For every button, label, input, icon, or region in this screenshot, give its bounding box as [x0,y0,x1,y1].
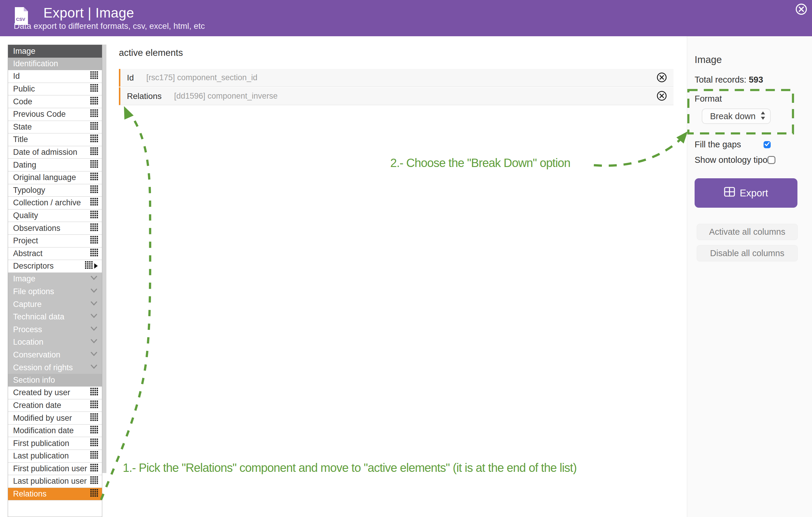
chevron-down-icon [90,325,98,335]
format-select-value: Break down [710,112,761,121]
sidebar-group[interactable]: Cession of rights [8,361,102,374]
drag-grid-icon [90,97,98,107]
activate-all-columns-button[interactable]: Activate all columns [697,224,798,240]
sidebar-item-label: Cession of rights [13,363,90,372]
sidebar-group[interactable]: Capture [8,298,102,311]
format-select[interactable]: Break down [702,109,771,124]
chevron-down-icon [90,274,98,284]
sidebar-item[interactable]: First publication [8,437,102,450]
sidebar-item[interactable]: Public [8,83,102,96]
active-element-code: [rsc175] component_section_id [146,73,257,82]
sidebar-item-label: Typology [13,186,90,195]
sidebar-item-label: Previous Code [13,110,90,119]
sidebar-item[interactable]: Abstract [8,247,102,260]
drag-grid-icon [90,236,98,246]
sidebar-item-label: Public [13,84,90,94]
drag-grid-icon [90,438,98,448]
step2-arrow-path [594,140,680,166]
panel-title: Image [695,54,722,65]
chevron-down-icon [90,300,98,309]
annotation-step1: 1.- Pick the "Relations" component and m… [123,461,577,475]
sidebar-item[interactable]: Quality [8,210,102,222]
sidebar-item[interactable]: Original language [8,172,102,184]
sidebar-item[interactable]: First publication user [8,463,102,476]
sidebar-item-label: Code [13,97,90,107]
chevron-down-icon [90,312,98,322]
drag-grid-icon [90,476,98,486]
sidebar-group[interactable]: File options [8,285,102,298]
dialog-title: Export | Image [44,5,134,21]
show-ontology-row: Show ontology tipo [695,155,771,165]
active-element-label: Relations [127,92,162,101]
sidebar-item[interactable]: Observations [8,222,102,235]
sidebar-item[interactable]: Last publication user [8,475,102,488]
sidebar-section-header: Section info [8,374,102,387]
show-ontology-label: Show ontology tipo [695,155,767,165]
active-element-code: [dd1596] component_inverse [174,92,278,101]
sidebar-item[interactable]: Previous Code [8,108,102,121]
remove-element-button[interactable] [657,72,667,84]
fill-gaps-checkbox[interactable] [763,141,771,148]
sidebar-item-label: Last publication user [13,477,90,486]
sidebar-item[interactable]: Code [8,95,102,108]
sidebar-group[interactable]: Location [8,336,102,349]
drag-grid-icon [90,223,98,233]
sidebar-section-header: Image [8,45,102,58]
sidebar-item[interactable]: Dating [8,159,102,172]
chevron-down-icon [90,350,98,360]
sidebar-item[interactable]: Descriptors [8,260,102,273]
step1-arrowhead [119,104,134,119]
sidebar-item[interactable]: Typology [8,184,102,197]
sidebar-item-label: First publication [13,439,90,448]
sidebar-item[interactable]: Created by user [8,387,102,399]
sidebar-group[interactable]: Technical data [8,310,102,323]
sidebar-item-label: Location [13,338,90,347]
drag-grid-icon [90,122,98,132]
sidebar-item-label: Section info [13,375,98,385]
sidebar-group[interactable]: Process [8,323,102,336]
sidebar-group[interactable]: Image [8,273,102,285]
sidebar-item[interactable]: Project [8,235,102,247]
sidebar-item-label: Collection / archive [13,198,90,207]
sidebar-item[interactable]: Last publication [8,450,102,463]
close-button[interactable] [795,3,808,16]
sidebar-item[interactable]: Collection / archive [8,197,102,210]
drag-grid-icon [90,451,98,461]
sidebar-item[interactable]: Title [8,133,102,146]
drag-grid-icon [90,464,98,474]
sidebar-item[interactable]: Id [8,70,102,83]
sidebar-item[interactable]: Creation date [8,399,102,412]
sidebar-item[interactable]: Modified by user [8,412,102,425]
sidebar-item-label: Modified by user [13,414,90,423]
active-element-row: Relations[dd1596] component_inverse [119,87,673,105]
drag-grid-icon [90,173,98,182]
export-button[interactable]: Export [695,178,798,208]
drag-grid-icon [90,413,98,423]
sidebar-item-label: Id [13,71,90,81]
sidebar-item-label: Modification date [13,426,90,435]
sidebar-item[interactable]: State [8,121,102,134]
check-icon [763,141,771,149]
sidebar-group[interactable]: Conservation [8,348,102,361]
sidebar-item[interactable]: Modification date [8,425,102,437]
drag-grid-icon [90,211,98,220]
sidebar-section-header: Identification [8,58,102,70]
sidebar-item-label: State [13,122,90,132]
table-icon [724,187,735,199]
fill-gaps-row: Fill the gaps [695,140,771,149]
disable-all-columns-button[interactable]: Disable all columns [697,245,798,262]
sidebar-scrollbar[interactable] [102,44,107,473]
export-panel: Image Total records: 593 Format Break do… [687,36,812,517]
step1-arrow-path [101,118,150,500]
sidebar-item[interactable]: Relations [8,488,102,501]
drag-grid-icon [90,84,98,94]
drag-grid-icon [90,388,98,398]
annotation-step2: 2.- Choose the "Break Down" option [390,156,570,170]
drag-grid-icon [90,426,98,435]
drag-grid-icon [90,160,98,170]
remove-element-button[interactable] [657,91,667,102]
svg-text:CSV: CSV [16,17,25,22]
sidebar-item[interactable]: Date of admission [8,146,102,159]
show-ontology-checkbox[interactable] [767,156,776,164]
active-elements-title: active elements [119,48,183,58]
